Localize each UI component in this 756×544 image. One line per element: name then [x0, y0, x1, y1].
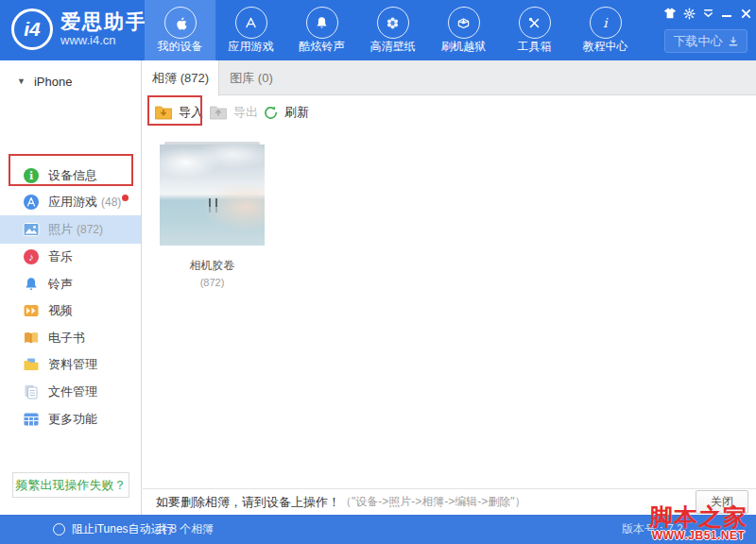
operation-failure-help-button[interactable]: 频繁出现操作失败？ [12, 472, 129, 498]
download-center-label: 下载中心 [674, 33, 723, 50]
item-count: (872) [77, 223, 103, 236]
video-icon [23, 302, 40, 319]
svg-text:i: i [29, 170, 33, 182]
nav-ringtones[interactable]: 酷炫铃声 [286, 0, 357, 60]
caret-down-icon: ▼ [17, 76, 26, 86]
app-logo: i4 爱思助手 www.i4.cn [11, 8, 147, 50]
device-selector[interactable]: ▼ iPhone [0, 70, 142, 93]
sidebar-item-data-management[interactable]: 资料管理 [0, 351, 141, 378]
music-icon: ♪ [23, 248, 40, 265]
sidebar-item-device-info[interactable]: i 设备信息 [0, 162, 141, 189]
sidebar-item-more-features[interactable]: 更多功能 [0, 406, 141, 433]
refresh-icon [263, 105, 279, 121]
toggle-circle-icon [53, 523, 65, 536]
sidebar-item-videos[interactable]: 视频 [0, 298, 141, 324]
nav-label: 工具箱 [499, 39, 570, 55]
album-camera-roll[interactable]: 相机胶卷 (872) [160, 142, 265, 288]
settings-gear-icon[interactable] [681, 7, 696, 20]
more-grid-icon [23, 411, 40, 428]
nav-flash-jailbreak[interactable]: 刷机越狱 [428, 0, 499, 60]
nav-label: 应用游戏 [215, 39, 286, 55]
sidebar-item-apps-games[interactable]: 应用游戏 (48) [0, 189, 141, 215]
nav-apps-games[interactable]: 应用游戏 [215, 0, 286, 60]
svg-text:i: i [603, 15, 609, 29]
tab-bar: 相簿 (872) 图库 (0) [143, 60, 756, 95]
appstore-blue-icon [23, 194, 40, 211]
info-italic-icon: i [590, 7, 622, 39]
sidebar-item-music[interactable]: ♪ 音乐 [0, 244, 141, 270]
ringtone-bell-icon [23, 276, 40, 293]
album-count: (872) [160, 277, 265, 288]
delete-hint-path: （"设备->照片->相簿->编辑->删除"） [340, 494, 526, 510]
photo-figure [215, 198, 217, 207]
album-thumbnail[interactable] [160, 144, 265, 246]
close-window-icon[interactable] [738, 7, 753, 20]
appstore-icon [235, 7, 267, 39]
tab-gallery[interactable]: 图库 (0) [220, 60, 283, 95]
delete-hint-text: 如要删除相簿，请到设备上操作！ [156, 494, 340, 511]
nav-label: 酷炫铃声 [286, 39, 357, 55]
toolbar: 导入 导出 刷新 [143, 96, 756, 128]
tab-albums[interactable]: 相簿 (872) [143, 60, 219, 96]
item-count: (48) [101, 196, 121, 209]
app-title: 爱思助手 [60, 10, 147, 33]
logo-text: 爱思助手 www.i4.cn [60, 10, 147, 48]
nav-label: 刷机越狱 [428, 39, 499, 55]
double-chevron-down-icon[interactable] [700, 7, 715, 20]
sidebar-item-file-management[interactable]: 文件管理 [0, 379, 141, 405]
nav-label: 我的设备 [145, 39, 215, 55]
import-folder-icon [154, 104, 173, 121]
album-name: 相机胶卷 [160, 258, 265, 274]
close-button[interactable]: 关闭 [696, 490, 748, 514]
logo-i4-icon: i4 [11, 8, 53, 50]
nav-tutorials[interactable]: i 教程中心 [570, 0, 641, 60]
version-number: 版本号：7.2 [622, 515, 683, 544]
sidebar: ▼ iPhone i 设备信息 应用游戏 (48) 照片 (872) ♪ 音乐 … [0, 60, 142, 515]
export-folder-icon [209, 104, 228, 121]
jailbreak-box-icon [448, 7, 480, 39]
file-manager-icon [23, 383, 40, 400]
photo-figure [209, 198, 211, 207]
minimize-icon[interactable] [719, 7, 734, 20]
download-center-button[interactable]: 下载中心 [664, 29, 747, 53]
nav-label: 教程中心 [570, 39, 641, 55]
svg-text:♪: ♪ [28, 251, 34, 263]
wallpaper-flower-icon [377, 7, 409, 39]
download-icon [728, 36, 739, 47]
import-button[interactable]: 导入 [154, 100, 203, 125]
footer-bar: 阻止iTunes自动运行 共 8 个相簿 版本号：7.2 [0, 515, 756, 544]
sidebar-item-ringtones[interactable]: 铃声 [0, 271, 141, 298]
nav-toolbox[interactable]: 工具箱 [499, 0, 570, 60]
nav-my-device[interactable]: 我的设备 [145, 0, 215, 60]
sidebar-item-ebooks[interactable]: 电子书 [0, 325, 141, 351]
nav-wallpapers[interactable]: 高清壁纸 [357, 0, 428, 60]
data-folder-icon [23, 356, 40, 373]
album-total-count: 共 8 个相簿 [156, 515, 214, 544]
tools-icon [519, 7, 551, 39]
skin-icon[interactable] [662, 7, 678, 20]
apple-icon [164, 7, 197, 39]
ebook-icon [23, 330, 40, 347]
photo-icon [23, 221, 40, 238]
export-button[interactable]: 导出 [209, 100, 258, 125]
info-icon: i [23, 167, 40, 184]
notification-badge [122, 195, 129, 201]
refresh-button[interactable]: 刷新 [263, 100, 309, 125]
nav-label: 高清壁纸 [357, 39, 428, 55]
app-url: www.i4.cn [60, 33, 147, 48]
status-row: 如要删除相簿，请到设备上操作！ （"设备->照片->相簿->编辑->删除"） [143, 488, 756, 515]
sidebar-item-photos[interactable]: 照片 (872) [0, 215, 141, 244]
device-name: iPhone [34, 75, 72, 89]
app-header: i4 爱思助手 www.i4.cn 我的设备 应用游戏 酷炫铃声 高清壁纸 刷机… [0, 0, 756, 60]
bell-icon [306, 7, 338, 39]
